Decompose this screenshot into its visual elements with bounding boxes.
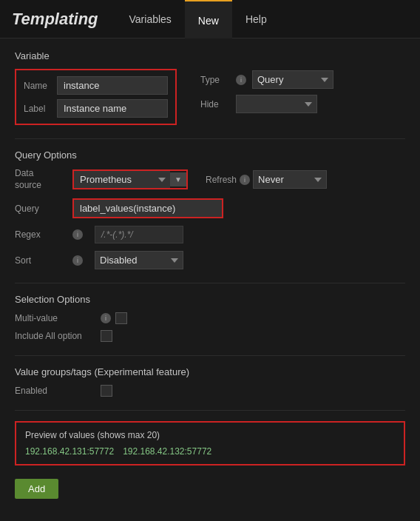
divider-4: [15, 410, 405, 411]
datasource-arrow: ▼: [170, 172, 186, 186]
nav-tabs: Variables New Help: [116, 0, 280, 38]
refresh-select[interactable]: Never On Dashboard Load On Time Range Ch…: [253, 170, 327, 189]
type-label: Type: [200, 75, 230, 85]
preview-title: Preview of values (shows max 20): [25, 430, 395, 440]
variable-name-label-box: Name Label: [15, 69, 177, 125]
multi-value-label: Multi-value: [15, 313, 96, 323]
multi-value-checkbox[interactable]: [115, 312, 127, 324]
preview-value-1: 192.168.42.131:57772: [25, 446, 114, 457]
sort-select[interactable]: Disabled Alphabetical (asc) Alphabetical…: [95, 251, 183, 269]
selection-options-title: Selection Options: [15, 294, 405, 305]
main-content: Variable Name Label Type i Query: [0, 38, 420, 511]
include-all-label: Include All option: [15, 331, 96, 341]
preview-values: 192.168.42.131:57772 192.168.42.132:5777…: [25, 446, 395, 457]
type-select[interactable]: Query Custom Text box Constant Datasourc…: [252, 70, 333, 89]
tab-variables[interactable]: Variables: [116, 0, 185, 38]
datasource-select-box: Prometheus ▼: [72, 169, 188, 189]
preview-section: Preview of values (shows max 20) 192.168…: [15, 421, 405, 465]
enabled-checkbox[interactable]: [101, 385, 112, 397]
variable-section-title: Variable: [15, 50, 405, 61]
app-title: Templating: [12, 10, 98, 29]
regex-info-icon: i: [72, 229, 83, 240]
type-info-icon: i: [236, 75, 246, 85]
tab-new[interactable]: New: [185, 0, 232, 38]
datasource-label: Datasource: [15, 168, 67, 191]
datasource-select[interactable]: Prometheus: [74, 171, 170, 188]
query-options-title: Query Options: [15, 149, 405, 161]
query-input-box: [72, 198, 223, 218]
enabled-label: Enabled: [15, 386, 96, 396]
hide-select[interactable]: Label Variable: [236, 95, 317, 113]
add-button[interactable]: Add: [15, 479, 58, 499]
divider-1: [15, 138, 405, 139]
label-input[interactable]: [57, 99, 168, 118]
sort-label: Sort: [15, 255, 67, 266]
variable-section: Variable Name Label Type i Query: [15, 50, 405, 125]
sort-info-icon: i: [72, 255, 83, 266]
value-groups-section: Value groups/tags (Experimental feature)…: [15, 366, 405, 397]
preview-value-2: 192.168.42.132:57772: [123, 446, 211, 457]
tab-help[interactable]: Help: [232, 0, 280, 38]
multi-value-info-icon: i: [101, 313, 111, 323]
include-all-checkbox[interactable]: [101, 330, 112, 342]
regex-value: /.*-(.*).*/: [95, 226, 183, 243]
refresh-label: Refresh: [206, 175, 237, 185]
label-field-label: Label: [24, 104, 57, 114]
app-header: Templating Variables New Help: [0, 0, 420, 38]
query-label: Query: [15, 204, 67, 214]
refresh-info-icon: i: [240, 175, 250, 185]
query-options-section: Query Options Datasource Prometheus ▼ Re…: [15, 149, 405, 269]
name-input[interactable]: [57, 76, 168, 95]
value-groups-title: Value groups/tags (Experimental feature): [15, 366, 405, 377]
name-field-label: Name: [24, 81, 57, 91]
regex-label: Regex: [15, 229, 67, 240]
type-hide-group: Type i Query Custom Text box Constant Da…: [200, 70, 333, 113]
query-input[interactable]: [74, 200, 222, 217]
hide-label: Hide: [200, 99, 230, 110]
selection-options-section: Selection Options Multi-value i Include …: [15, 294, 405, 342]
divider-3: [15, 355, 405, 356]
divider-2: [15, 283, 405, 283]
